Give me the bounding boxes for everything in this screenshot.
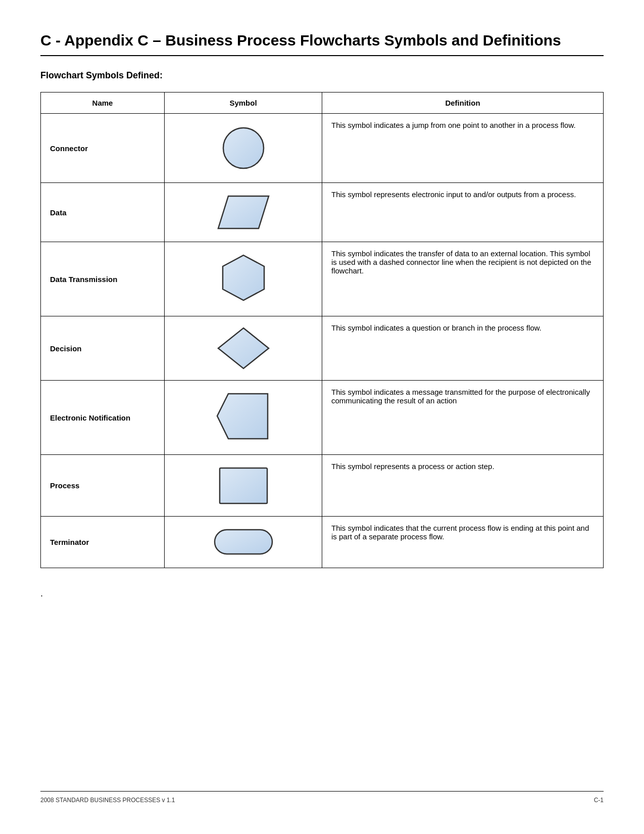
table-row: Connector This symbol ind: [41, 114, 604, 183]
dot-line: .: [40, 588, 604, 599]
footer-right: C-1: [594, 797, 604, 804]
row-def-terminator: This symbol indicates that the current p…: [322, 517, 603, 568]
header-name: Name: [41, 92, 165, 114]
symbols-table: Name Symbol Definition Connector: [40, 92, 604, 568]
footer-divider: [40, 791, 604, 792]
footer-left: 2008 STANDARD BUSINESS PROCESSES v 1.1: [40, 797, 175, 804]
row-def-electronic-notification: This symbol indicates a message transmit…: [322, 381, 603, 455]
table-row: Decision This symbol indi: [41, 316, 604, 381]
footer: 2008 STANDARD BUSINESS PROCESSES v 1.1 C…: [40, 797, 604, 804]
row-symbol-process: [165, 455, 322, 517]
svg-marker-3: [218, 328, 269, 368]
table-row: Data Transmission: [41, 242, 604, 316]
svg-rect-6: [215, 530, 272, 554]
table-row: Electronic Notification: [41, 381, 604, 455]
row-def-process: This symbol represents a process or acti…: [322, 455, 603, 517]
row-symbol-connector: [165, 114, 322, 183]
page-title: C - Appendix C – Business Process Flowch…: [40, 30, 604, 50]
svg-point-0: [223, 128, 264, 168]
row-symbol-data-transmission: [165, 242, 322, 316]
svg-rect-5: [220, 468, 267, 503]
svg-marker-2: [223, 255, 264, 300]
section-heading: Flowchart Symbols Defined:: [40, 70, 604, 81]
row-name-data: Data: [41, 183, 165, 242]
row-symbol-terminator: [165, 517, 322, 568]
table-row: Terminator This symbol in: [41, 517, 604, 568]
row-def-connector: This symbol indicates a jump from one po…: [322, 114, 603, 183]
title-divider: [40, 55, 604, 56]
header-definition: Definition: [322, 92, 603, 114]
row-symbol-data: [165, 183, 322, 242]
row-name-electronic-notification: Electronic Notification: [41, 381, 165, 455]
row-def-decision: This symbol indicates a question or bran…: [322, 316, 603, 381]
row-symbol-electronic-notification: [165, 381, 322, 455]
svg-marker-1: [218, 196, 269, 228]
header-symbol: Symbol: [165, 92, 322, 114]
row-name-connector: Connector: [41, 114, 165, 183]
row-name-data-transmission: Data Transmission: [41, 242, 165, 316]
row-name-terminator: Terminator: [41, 517, 165, 568]
table-row: Data This symbol represen: [41, 183, 604, 242]
row-symbol-decision: [165, 316, 322, 381]
table-row: Process This symbol repre: [41, 455, 604, 517]
row-name-process: Process: [41, 455, 165, 517]
row-name-decision: Decision: [41, 316, 165, 381]
svg-marker-4: [217, 394, 268, 439]
row-def-data-transmission: This symbol indicates the transfer of da…: [322, 242, 603, 316]
row-def-data: This symbol represents electronic input …: [322, 183, 603, 242]
